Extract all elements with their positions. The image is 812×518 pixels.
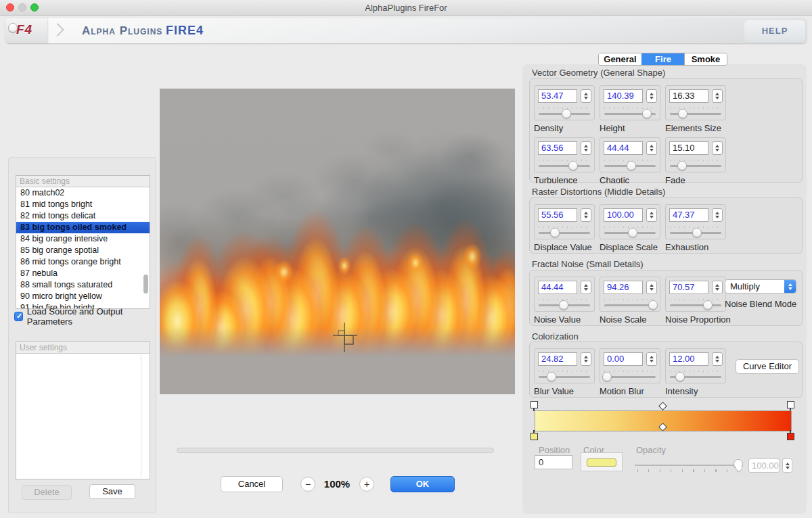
slider-thumb[interactable] xyxy=(547,372,556,381)
stepper-down-icon xyxy=(715,97,719,99)
param-stepper[interactable] xyxy=(646,281,657,294)
param-value-field[interactable]: 24.82 xyxy=(538,352,577,366)
zoom-in-button[interactable]: + xyxy=(359,477,374,492)
param-value-field[interactable]: 44.44 xyxy=(538,281,577,294)
tab-fire[interactable]: Fire xyxy=(641,53,684,65)
gradient-color-stop-left[interactable] xyxy=(531,433,538,440)
list-item[interactable]: 85 big orange spotial xyxy=(16,245,150,256)
param-stepper[interactable] xyxy=(581,281,591,294)
param-stepper[interactable] xyxy=(646,208,657,222)
curve-editor-button[interactable]: Curve Editor xyxy=(736,359,799,374)
slider-thumb[interactable] xyxy=(568,161,578,170)
param-stepper[interactable] xyxy=(646,352,657,366)
list-item[interactable]: 88 small tongs saturated xyxy=(16,279,150,291)
group-fractal-noise: 44.44Noise Value94.26Noise Scale70.57Noi… xyxy=(529,270,803,326)
load-params-checkbox[interactable] xyxy=(14,312,23,321)
slider-thumb[interactable] xyxy=(627,161,636,170)
param-value-field[interactable]: 15.10 xyxy=(669,141,708,155)
param-label: Motion Blur xyxy=(600,386,660,396)
slider-thumb[interactable] xyxy=(550,228,560,237)
param-box: 70.57 xyxy=(665,277,726,312)
stepper-down-icon xyxy=(584,288,588,291)
slider-thumb[interactable] xyxy=(559,300,568,310)
noise-blend-mode-select[interactable]: Multiply xyxy=(725,279,796,293)
slider-track[interactable] xyxy=(670,304,721,306)
slider-thumb[interactable] xyxy=(677,161,687,170)
slider-thumb[interactable] xyxy=(628,228,637,237)
titlebar: AlphaPlugins FireFor xyxy=(0,0,812,16)
slider-thumb[interactable] xyxy=(642,109,652,118)
list-item[interactable]: 90 micro bright yellow xyxy=(16,291,150,302)
param-stepper[interactable] xyxy=(712,208,723,222)
cancel-button[interactable]: Cancel xyxy=(221,476,283,492)
plugin-window: AlphaPlugins FireFor F4 Alpha Plugins FI… xyxy=(0,0,812,518)
param-stepper[interactable] xyxy=(581,208,591,222)
param-value-field[interactable]: 0.00 xyxy=(604,352,643,366)
tab-smoke[interactable]: Smoke xyxy=(684,53,727,65)
preset-list-scrollbar[interactable] xyxy=(143,275,148,293)
gradient-stop-top-right[interactable] xyxy=(787,401,794,408)
slider-thumb[interactable] xyxy=(562,109,571,118)
section-title-colorization: Colorization xyxy=(532,331,579,342)
opacity-slider-track[interactable] xyxy=(635,465,740,466)
opacity-stepper[interactable] xyxy=(782,458,792,473)
help-button[interactable]: HELP xyxy=(744,20,805,42)
ok-button[interactable]: OK xyxy=(390,476,455,492)
save-button[interactable]: Save xyxy=(89,484,135,499)
param-value-field[interactable]: 47.37 xyxy=(669,208,708,222)
list-item[interactable]: 82 mid tongs delicat xyxy=(16,210,150,222)
param-control: 100.00Displace Scale xyxy=(600,204,660,252)
param-label: Displace Scale xyxy=(600,242,660,252)
position-input[interactable]: 0 xyxy=(535,455,572,469)
param-stepper[interactable] xyxy=(712,281,723,294)
list-item[interactable]: 86 mid tongs orange bright xyxy=(16,256,150,268)
param-value-field[interactable]: 94.26 xyxy=(604,281,643,294)
slider-thumb[interactable] xyxy=(678,109,687,118)
param-stepper[interactable] xyxy=(712,352,723,366)
param-value-field[interactable]: 12.00 xyxy=(669,352,708,366)
zoom-out-button[interactable]: − xyxy=(300,477,315,492)
gradient-stop-top-left[interactable] xyxy=(531,401,538,408)
preview-horizontal-scrollbar[interactable] xyxy=(177,448,494,453)
param-stepper[interactable] xyxy=(646,89,657,103)
param-value-field[interactable]: 16.33 xyxy=(669,89,708,103)
param-stepper[interactable] xyxy=(581,141,591,155)
param-control: 47.37Exhaustion xyxy=(665,204,726,252)
slider-track[interactable] xyxy=(604,376,656,378)
list-item[interactable]: 83 big tongs oiled smoked xyxy=(16,222,150,233)
param-value-field[interactable]: 44.44 xyxy=(604,141,643,155)
opacity-value-field[interactable]: 100.00 xyxy=(748,458,780,473)
color-swatch-button[interactable] xyxy=(581,452,623,471)
slider-thumb[interactable] xyxy=(648,300,658,310)
param-value-field[interactable]: 70.57 xyxy=(669,281,708,294)
param-value-field[interactable]: 63.56 xyxy=(538,141,577,155)
stepper-up-icon xyxy=(584,93,588,95)
param-value-field[interactable]: 100.00 xyxy=(604,208,643,222)
slider-track[interactable] xyxy=(539,232,590,234)
list-item[interactable]: 81 mid tongs bright xyxy=(16,199,150,210)
slider-track[interactable] xyxy=(539,165,590,167)
param-stepper[interactable] xyxy=(581,89,591,103)
delete-button[interactable]: Delete xyxy=(22,485,72,500)
list-item[interactable]: 80 match02 xyxy=(16,187,150,199)
param-stepper[interactable] xyxy=(581,352,591,366)
param-value-field[interactable]: 53.47 xyxy=(538,89,577,103)
param-value-field[interactable]: 55.56 xyxy=(538,208,577,222)
list-item[interactable]: 87 nebula xyxy=(16,268,150,279)
opacity-slider-thumb[interactable] xyxy=(734,459,743,469)
fire-preview[interactable] xyxy=(160,89,515,394)
slider-thumb[interactable] xyxy=(675,372,685,381)
preset-list[interactable]: 80 match0281 mid tongs bright82 mid tong… xyxy=(16,187,150,309)
param-label: Turbulence xyxy=(534,175,595,185)
param-stepper[interactable] xyxy=(712,141,723,155)
tab-general[interactable]: General xyxy=(599,53,641,65)
list-item[interactable]: 84 big orange intensive xyxy=(16,233,150,245)
slider-thumb[interactable] xyxy=(692,228,702,237)
slider-thumb[interactable] xyxy=(602,372,612,381)
param-stepper[interactable] xyxy=(712,89,723,103)
slider-thumb[interactable] xyxy=(703,300,713,310)
gradient-color-stop-right[interactable] xyxy=(787,433,794,440)
param-value-field[interactable]: 140.39 xyxy=(604,89,643,103)
slider-ticks xyxy=(670,160,721,161)
param-stepper[interactable] xyxy=(646,141,657,155)
